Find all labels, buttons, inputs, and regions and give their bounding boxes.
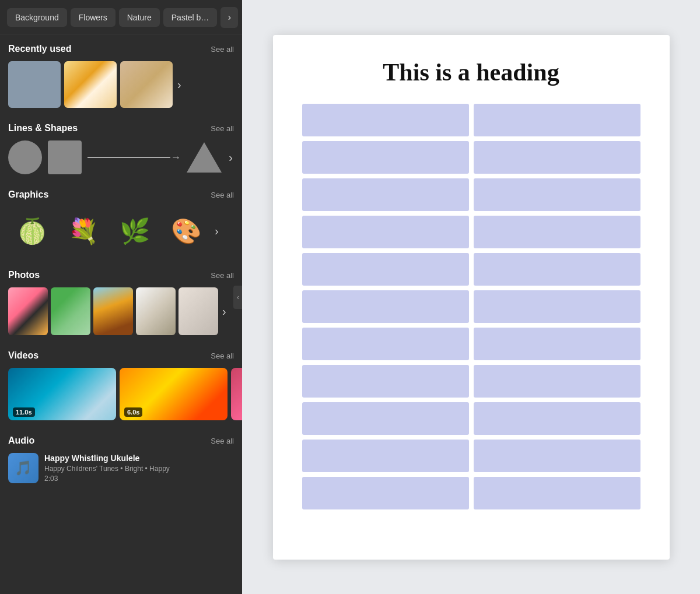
graphics-see-all[interactable]: See all — [211, 191, 234, 199]
photos-next[interactable]: › — [221, 303, 228, 321]
photos-title: Photos — [8, 270, 40, 280]
photos-row: › — [8, 287, 234, 335]
video-bird[interactable]: 11.0s — [8, 368, 116, 420]
doc-cell — [474, 477, 640, 509]
photo-woman[interactable] — [51, 287, 90, 335]
tab-nature[interactable]: Nature — [119, 8, 160, 27]
audio-item-desc: Happy Childrens' Tunes • Bright • Happy — [44, 465, 234, 473]
doc-cell — [302, 141, 469, 174]
video-next-preview[interactable] — [231, 368, 242, 420]
doc-cell — [302, 477, 469, 509]
doc-cell — [474, 178, 640, 211]
tab-background[interactable]: Background — [7, 8, 67, 27]
doc-cell — [302, 178, 469, 211]
videos-row: 11.0s 6.0s › — [8, 368, 234, 420]
lines-shapes-see-all[interactable]: See all — [211, 124, 234, 133]
doc-cell — [474, 253, 640, 286]
doc-cell — [302, 328, 469, 360]
recent-item-blank[interactable] — [8, 61, 61, 108]
videos-section: Videos See all 11.0s 6.0s › — [0, 341, 242, 426]
category-tabs: Background Flowers Nature Pastel b… › — [0, 0, 242, 34]
video-bird-duration: 11.0s — [13, 407, 35, 417]
video-fire-duration: 6.0s — [124, 407, 142, 417]
videos-header: Videos See all — [8, 350, 234, 361]
shape-circle[interactable] — [8, 140, 42, 174]
recently-used-section: Recently used See all › — [0, 34, 242, 114]
graphic-papaya[interactable]: 🍈 — [8, 207, 56, 255]
recent-item-drink[interactable] — [120, 61, 173, 108]
recent-item-food[interactable] — [64, 61, 117, 108]
tab-flowers[interactable]: Flowers — [71, 8, 116, 27]
document-grid — [302, 104, 640, 509]
doc-cell — [474, 328, 640, 360]
shape-line-arrow[interactable]: → — [88, 152, 181, 164]
document-heading: This is a heading — [302, 58, 640, 86]
audio-title: Audio — [8, 435, 34, 446]
canvas-document: This is a heading — [273, 35, 670, 560]
audio-item-duration: 2:03 — [44, 475, 234, 483]
lines-shapes-title: Lines & Shapes — [8, 123, 78, 133]
lines-shapes-header: Lines & Shapes See all — [8, 123, 234, 133]
doc-cell — [302, 440, 469, 472]
doc-cell — [302, 365, 469, 398]
doc-cell — [302, 402, 469, 435]
recently-used-header: Recently used See all — [8, 44, 234, 54]
doc-cell — [474, 104, 640, 136]
shape-rectangle[interactable] — [48, 140, 82, 174]
audio-thumbnail: 🎵 — [8, 453, 38, 483]
recently-used-see-all[interactable]: See all — [211, 45, 234, 54]
graphics-header: Graphics See all — [8, 189, 234, 200]
doc-cell — [474, 402, 640, 435]
tabs-next-button[interactable]: › — [220, 7, 238, 28]
canvas-area: This is a heading — [242, 0, 700, 594]
audio-section: Audio See all 🎵 Happy Whistling Ukulele … — [0, 426, 242, 489]
graphic-art[interactable]: 🎨 — [162, 207, 210, 255]
audio-see-all[interactable]: See all — [211, 437, 234, 445]
video-fire[interactable]: 6.0s — [120, 368, 228, 420]
audio-info: Happy Whistling Ukulele Happy Childrens'… — [44, 454, 234, 483]
doc-cell — [474, 290, 640, 323]
doc-cell — [474, 440, 640, 472]
shapes-row: → › — [8, 140, 234, 174]
graphics-row: 🍈 💐 🌿 🎨 › — [8, 207, 234, 255]
graphic-leaf[interactable]: 🌿 — [111, 207, 159, 255]
graphics-title: Graphics — [8, 189, 48, 200]
doc-cell — [474, 141, 640, 174]
tab-pastel[interactable]: Pastel b… — [163, 8, 218, 27]
photos-header: Photos See all — [8, 270, 234, 280]
audio-header: Audio See all — [8, 435, 234, 446]
shapes-next[interactable]: › — [228, 149, 234, 167]
photo-desert[interactable] — [93, 287, 133, 335]
left-panel: Background Flowers Nature Pastel b… › Re… — [0, 0, 242, 594]
graphics-section: Graphics See all 🍈 💐 🌿 🎨 › — [0, 180, 242, 261]
audio-item-title: Happy Whistling Ukulele — [44, 454, 234, 463]
recently-used-title: Recently used — [8, 44, 71, 54]
photos-see-all[interactable]: See all — [211, 271, 234, 280]
doc-cell — [474, 216, 640, 248]
shape-triangle[interactable] — [187, 142, 222, 173]
recently-used-next[interactable]: › — [176, 76, 183, 94]
graphics-next[interactable]: › — [214, 222, 220, 240]
doc-cell — [302, 104, 469, 136]
doc-cell — [302, 253, 469, 286]
graphic-flowers-vase[interactable]: 💐 — [60, 207, 107, 255]
videos-title: Videos — [8, 350, 38, 361]
audio-item[interactable]: 🎵 Happy Whistling Ukulele Happy Children… — [8, 453, 234, 483]
photo-flower[interactable] — [8, 287, 48, 335]
doc-cell — [302, 290, 469, 323]
doc-cell — [474, 365, 640, 398]
doc-cell — [302, 216, 469, 248]
panel-collapse-button[interactable]: ‹ — [233, 286, 242, 309]
photo-hat[interactable] — [136, 287, 176, 335]
photos-section: Photos See all › — [0, 261, 242, 341]
lines-shapes-section: Lines & Shapes See all → › — [0, 114, 242, 180]
videos-see-all[interactable]: See all — [211, 352, 234, 360]
recently-used-row: › — [8, 61, 234, 108]
photo-arch[interactable] — [178, 287, 218, 335]
